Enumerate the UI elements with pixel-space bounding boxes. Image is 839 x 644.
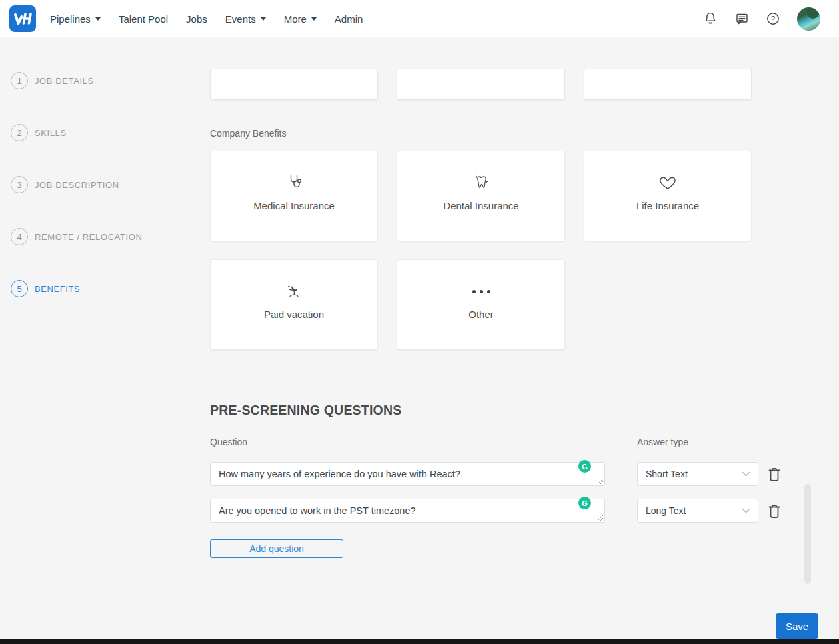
question-text: How many years of experience do you have… [219,469,578,479]
nav-right-cluster: ? [703,0,839,37]
prescreening-title: PRE-SCREENING QUESTIONS [210,403,401,418]
logo-icon [9,5,36,32]
job-editor-page: Pipelines Talent Pool Jobs Events More A… [0,0,839,644]
benefit-card-label: Medical Insurance [211,200,377,211]
nav-item-label: Talent Pool [119,13,168,25]
step-number: 1 [11,72,28,89]
answer-type-select[interactable]: Short Text [637,462,758,486]
add-question-button[interactable]: Add question [210,539,343,558]
notifications-bell-icon[interactable] [703,11,718,26]
nav-item-admin[interactable]: Admin [335,13,363,25]
stepper-item-remote-relocation[interactable]: 4 REMOTE / RELOCATION [11,228,142,245]
save-button[interactable]: Save [776,613,818,639]
grammarly-icon[interactable]: G [578,460,591,473]
stepper-item-skills[interactable]: 2 SKILLS [11,124,67,141]
palm-island-icon [211,281,377,302]
ellipsis-icon [397,281,564,302]
footer-divider [211,599,818,599]
grammarly-icon[interactable]: G [578,497,591,509]
user-avatar[interactable] [797,7,820,31]
app-logo[interactable] [9,5,36,32]
question-text: Are you opened to work in the PST timezo… [219,505,578,516]
chevron-down-icon [261,17,266,21]
step-label: REMOTE / RELOCATION [35,232,142,242]
question-column-label: Question [210,437,247,447]
cut-off-field[interactable] [397,69,565,100]
svg-text:?: ? [771,15,775,23]
messages-chat-icon[interactable] [734,11,749,26]
tooth-icon [397,172,564,193]
step-number: 2 [11,124,28,141]
chevron-down-icon [742,508,750,513]
benefit-card-medical-insurance[interactable]: Medical Insurance [210,151,378,241]
benefit-card-paid-vacation[interactable]: Paid vacation [210,259,378,350]
benefit-card-label: Life Insurance [584,200,751,211]
nav-item-pipelines[interactable]: Pipelines [50,13,101,25]
nav-item-talent-pool[interactable]: Talent Pool [119,13,168,25]
answer-type-column-label: Answer type [637,437,688,447]
chevron-down-icon [95,17,101,21]
nav-item-label: Admin [335,13,363,25]
nav-menu: Pipelines Talent Pool Jobs Events More A… [50,0,363,37]
answer-type-select[interactable]: Long Text [637,499,758,523]
stethoscope-icon [211,172,377,193]
answer-type-value: Long Text [646,505,686,516]
nav-item-jobs[interactable]: Jobs [186,13,207,25]
step-number: 3 [11,176,28,193]
step-number: 5 [11,280,28,297]
company-benefits-label: Company Benefits [210,128,286,139]
delete-question-button[interactable] [767,466,783,483]
benefit-card-label: Dental Insurance [397,200,564,211]
step-label: BENEFITS [35,284,80,294]
nav-item-more[interactable]: More [284,13,317,25]
stepper-item-job-details[interactable]: 1 JOB DETAILS [11,72,94,89]
chevron-down-icon [311,17,317,21]
question-input[interactable]: Are you opened to work in the PST timezo… [210,499,605,523]
benefit-card-other[interactable]: Other [397,259,565,350]
top-navbar: Pipelines Talent Pool Jobs Events More A… [0,0,839,37]
benefit-card-dental-insurance[interactable]: Dental Insurance [397,151,565,241]
delete-question-button[interactable] [767,503,783,520]
heart-icon [584,172,751,193]
step-label: JOB DETAILS [35,76,94,86]
step-number: 4 [11,228,28,245]
help-icon[interactable]: ? [766,11,780,26]
cut-off-field[interactable] [584,69,752,100]
stepper-item-job-description[interactable]: 3 JOB DESCRIPTION [11,176,119,193]
answer-type-value: Short Text [646,469,688,479]
step-label: JOB DESCRIPTION [35,180,119,190]
stepper-item-benefits[interactable]: 5 BENEFITS [11,280,80,297]
scrollbar-thumb[interactable] [804,484,811,584]
bottom-bar [0,639,839,644]
benefit-card-life-insurance[interactable]: Life Insurance [584,151,752,241]
question-input[interactable]: How many years of experience do you have… [210,462,605,486]
cut-off-field[interactable] [210,69,378,100]
nav-item-events[interactable]: Events [225,13,266,25]
resize-handle-icon[interactable] [597,515,604,521]
nav-item-label: Jobs [186,13,207,25]
benefit-card-label: Other [397,309,564,320]
nav-item-label: Pipelines [50,13,91,25]
nav-item-label: More [284,13,307,25]
resize-handle-icon[interactable] [597,478,604,485]
step-label: SKILLS [35,128,67,138]
chevron-down-icon [742,471,750,477]
benefit-card-label: Paid vacation [211,309,377,320]
nav-item-label: Events [225,13,256,25]
